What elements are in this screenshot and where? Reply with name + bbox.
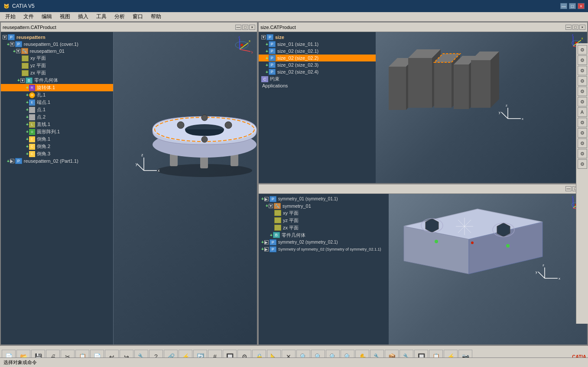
tree-sym-body[interactable]: + B 零件几何体 [259,232,389,239]
menu-help[interactable]: 帮助 [147,12,165,21]
left-minimize-btn[interactable]: — [235,25,241,30]
tree-chamfer1[interactable]: + C 倒角.1 [1,135,113,143]
tree-size02-4[interactable]: + P size_02 (size_02.4) [259,68,376,75]
tree-xy-plane[interactable]: xy 平面 [1,55,113,62]
left-close-btn[interactable]: × [249,25,255,30]
tree-sym01[interactable]: + ▼ 🔧 symmetry_01 [259,203,389,209]
expand-sym-of-sym02[interactable]: ▶ [264,247,269,251]
svg-text:x: x [249,39,250,43]
menu-edit[interactable]: 编辑 [38,12,55,21]
tree-sym-xy[interactable]: xy 平面 [259,209,389,217]
close-button[interactable]: × [578,3,585,9]
top-right-title: size.CATProduct [260,25,296,30]
top-right-max-btn[interactable]: □ [572,25,578,30]
tree-item-part01[interactable]: + ▼ 🔧 reusepattern_01 [1,48,113,55]
body-label: 零件几何体 [34,77,58,84]
tree-line[interactable]: + L 直线.1 [1,121,113,128]
plus-icon-array: + [26,129,29,134]
top-right-tree[interactable]: ▼ P size + P size_01 (size_01.1) + P siz… [259,32,376,183]
rtoolbar-btn-6[interactable]: ⚙ [578,97,587,106]
tree-sym-of-sym02[interactable]: + ▶ P Symmetry of symmetry_02 (Symmetry … [259,246,389,253]
menu-file[interactable]: 文件 [20,12,37,21]
expand-sym02-inst[interactable]: ▶ [264,240,269,245]
tree-circular-array[interactable]: + ⊙ 圆形阵列.1 [1,128,113,135]
tree-sym01-instance[interactable]: + ▶ P symmetry_01 (symmetry_01.1) [259,196,389,203]
rtoolbar-btn-7[interactable]: A [578,107,587,117]
tree-size02-1[interactable]: + P size_02 (size_02.1) [259,48,376,55]
revolve-icon: R [29,85,35,91]
sym01-inst-icon: P [270,196,276,202]
rtoolbar-btn-1[interactable]: ⚙ [578,45,587,55]
rtoolbar-btn-5[interactable]: ⚙ [578,87,587,96]
top-right-viewport[interactable]: x y z [376,32,587,183]
rtoolbar-btn-2[interactable]: ⚙ [578,55,587,65]
tree-point1[interactable]: + · 点.1 [1,106,113,113]
plus-icon-cover: + [7,42,10,47]
rtoolbar-btn-11[interactable]: ⚙ [578,149,587,158]
menu-analyze[interactable]: 分析 [111,12,128,21]
tree-revolve[interactable]: + R 旋转体.1 [1,84,113,91]
tree-constraint[interactable]: C 约束 [259,75,376,83]
tree-size-root[interactable]: ▼ P size [259,34,376,41]
svg-text:z: z [141,153,143,157]
left-tree[interactable]: ▼ P reusepattern + ▼ P reusepattern_01 (… [1,32,114,344]
expand-sym01-inst[interactable]: ▶ [264,197,269,201]
expand-root[interactable]: ▼ [3,35,7,39]
bottom-right-tree[interactable]: + ▶ P symmetry_01 (symmetry_01.1) + ▼ 🔧 … [259,194,389,345]
menu-window[interactable]: 窗口 [129,12,146,21]
left-viewport[interactable]: x y z [114,32,257,344]
plus-icon-ch3: + [26,151,29,156]
maximize-button[interactable]: □ [569,3,576,9]
left-panel-title: reusepattern.CATProduct [3,25,56,30]
tree-endpoint[interactable]: + E 端点.1 [1,99,113,106]
menu-start[interactable]: 开始 [2,12,19,21]
top-right-close-btn[interactable]: × [579,25,585,30]
rtoolbar-btn-3[interactable]: ⚙ [578,66,587,75]
minimize-button[interactable]: — [560,3,567,9]
tree-chamfer2[interactable]: + C 倒角.2 [1,143,113,150]
tree-body[interactable]: + ▼ B 零件几何体 [1,77,113,84]
array-icon: ⊙ [29,129,35,135]
top-right-min-btn[interactable]: — [565,25,572,30]
menu-view[interactable]: 视图 [56,12,74,21]
tree-root[interactable]: ▼ P reusepattern [1,34,113,41]
plus-icon-line: + [26,122,29,127]
tree-size02-2[interactable]: + P size_02 (size_02.2) [259,55,376,61]
xy-plane-label: xy 平面 [30,55,46,61]
size02-3-icon: P [269,62,276,68]
expand-size-root[interactable]: ▼ [261,35,266,39]
expand-part01[interactable]: ▼ [16,49,20,53]
tree-size02-3[interactable]: + P size_02 (size_02.3) [259,61,376,68]
tree-sym-zx[interactable]: zx 平面 [259,224,389,232]
tree-size01[interactable]: + P size_01 (size_01.1) [259,41,376,48]
expand-sym01[interactable]: ▼ [269,204,273,208]
tree-zx-plane[interactable]: zx 平面 [1,69,113,77]
svg-point-19 [201,136,208,142]
plus-size02-4: + [266,70,268,74]
bottom-right-min-btn[interactable]: — [565,186,572,191]
tree-item-cover[interactable]: + ▼ P reusepattern_01 (cover.1) [1,41,113,48]
tree-point2[interactable]: + · 点.2 [1,113,113,121]
expand-body[interactable]: ▼ [20,78,25,83]
svg-text:x: x [582,36,583,40]
expand-cover[interactable]: ▼ [10,42,14,46]
menu-insert[interactable]: 插入 [75,12,92,21]
rtoolbar-btn-9[interactable]: ⚙ [578,128,587,138]
bottom-right-viewport[interactable]: x y z [389,194,587,345]
tree-part02[interactable]: + ▶ P reusepattern_02 (Part1.1) [1,158,113,164]
rtoolbar-btn-12[interactable]: ⚙ [578,159,587,169]
rtoolbar-btn-10[interactable]: ⚙ [578,138,587,148]
tree-yz-plane[interactable]: yz 平面 [1,62,113,69]
line-label: 直线.1 [37,121,50,128]
tree-hole[interactable]: + H 孔.1 [1,91,113,99]
main-area: reusepattern.CATProduct — □ × ▼ P reusep… [0,22,588,345]
rtoolbar-btn-4[interactable]: ⚙ [578,76,587,86]
rtoolbar-btn-8[interactable]: ⚙ [578,118,587,127]
tree-sym-yz[interactable]: yz 平面 [259,217,389,224]
left-restore-btn[interactable]: □ [242,25,248,30]
expand-part02[interactable]: ▶ [10,159,14,163]
tree-sym02-instance[interactable]: + ▶ P symmetry_02 (symmetry_02.1) [259,239,389,246]
tree-chamfer3[interactable]: + C 倒角.3 [1,150,113,158]
tree-applications[interactable]: Applications [259,83,376,89]
menu-tools[interactable]: 工具 [93,12,110,21]
